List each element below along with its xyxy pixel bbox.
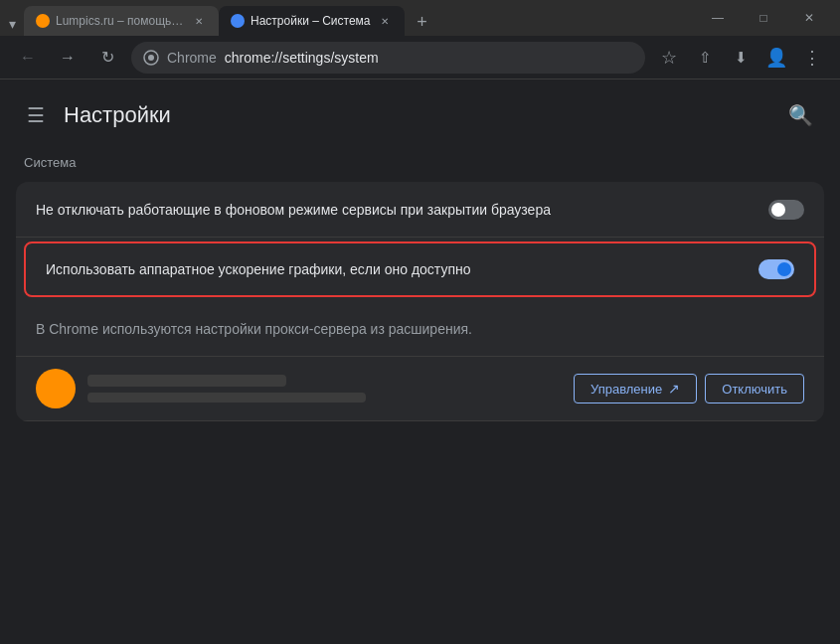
tab-close-lumpics[interactable]: ✕ [191,13,207,29]
hardware-toggle[interactable] [758,259,794,279]
extension-desc-placeholder [87,393,366,402]
tab-settings[interactable]: Настройки – Система ✕ [219,6,405,36]
extension-name-placeholder [87,375,286,387]
reload-button[interactable]: ↻ [91,42,123,74]
address-text: chrome://settings/system [225,50,379,66]
background-toggle[interactable] [768,200,804,220]
nav-actions: ☆ ⇧ ⬇ 👤 ⋮ [653,42,828,74]
settings-header: ☰ Настройки 🔍 [0,80,840,147]
tab-title-lumpics: Lumpics.ru – помощь с компь... [56,14,185,28]
background-toggle-slider [768,200,804,220]
hardware-toggle-slider [758,259,794,279]
search-button[interactable]: 🔍 [784,99,816,131]
navigation-bar: ← → ↻ Chrome chrome://settings/system ☆ … [0,36,840,80]
main-content: ☰ Настройки 🔍 Система Не отключать работ… [0,80,840,644]
window-controls: — □ ✕ [687,4,840,32]
background-setting-text: Не отключать работающие в фоновом режиме… [36,202,768,218]
maximize-button[interactable]: □ [741,4,786,32]
title-bar: ▾ Lumpics.ru – помощь с компь... ✕ Настр… [0,0,840,36]
extension-avatar [36,369,76,408]
chrome-label: Chrome [167,50,217,66]
hamburger-icon[interactable]: ☰ [24,103,48,127]
settings-container: ☰ Настройки 🔍 Система Не отключать работ… [0,80,840,644]
manage-button-label: Управление [590,382,662,397]
external-link-icon: ↗ [668,381,680,397]
section-label: Система [0,147,840,182]
forward-button[interactable]: → [52,42,84,74]
menu-button[interactable]: ⋮ [796,42,828,74]
chrome-icon [143,50,159,66]
svg-point-1 [148,55,154,61]
tab-title-settings: Настройки – Система [251,14,371,28]
profile-button[interactable]: 👤 [760,42,792,74]
tab-dropdown-btn[interactable]: ▾ [0,12,24,36]
manage-button[interactable]: Управление ↗ [574,374,697,403]
share-button[interactable]: ⇧ [689,42,721,74]
minimize-button[interactable]: — [695,4,741,32]
tab-close-settings[interactable]: ✕ [377,13,393,29]
setting-row-hardware: Использовать аппаратное ускорение график… [26,243,814,295]
disable-button-label: Отключить [722,382,787,397]
proxy-info-text: В Chrome используются настройки прокси-с… [36,321,804,337]
bookmark-button[interactable]: ☆ [653,42,685,74]
highlight-border: Использовать аппаратное ускорение график… [24,242,816,297]
back-button[interactable]: ← [12,42,44,74]
address-bar[interactable]: Chrome chrome://settings/system [131,42,645,74]
close-button[interactable]: ✕ [786,4,832,32]
setting-row-background: Не отключать работающие в фоновом режиме… [16,182,824,238]
tab-favicon-lumpics [36,14,50,28]
disable-button[interactable]: Отключить [705,374,804,403]
settings-card: Не отключать работающие в фоновом режиме… [16,182,824,421]
settings-page-title: Настройки [64,102,171,128]
hardware-setting-text: Использовать аппаратное ускорение график… [46,261,758,277]
proxy-extension-row: Управление ↗ Отключить [16,357,824,421]
setting-row-proxy-info: В Chrome используются настройки прокси-с… [16,301,824,357]
settings-title-area: ☰ Настройки [24,102,171,128]
tab-lumpics[interactable]: Lumpics.ru – помощь с компь... ✕ [24,6,219,36]
tabs-area: Lumpics.ru – помощь с компь... ✕ Настрой… [24,0,687,36]
tab-favicon-settings [231,14,245,28]
extension-actions: Управление ↗ Отключить [574,374,804,403]
new-tab-button[interactable]: + [409,8,436,36]
download-button[interactable]: ⬇ [725,42,756,74]
extension-info [87,375,562,402]
browser-window: ▾ Lumpics.ru – помощь с компь... ✕ Настр… [0,0,840,644]
